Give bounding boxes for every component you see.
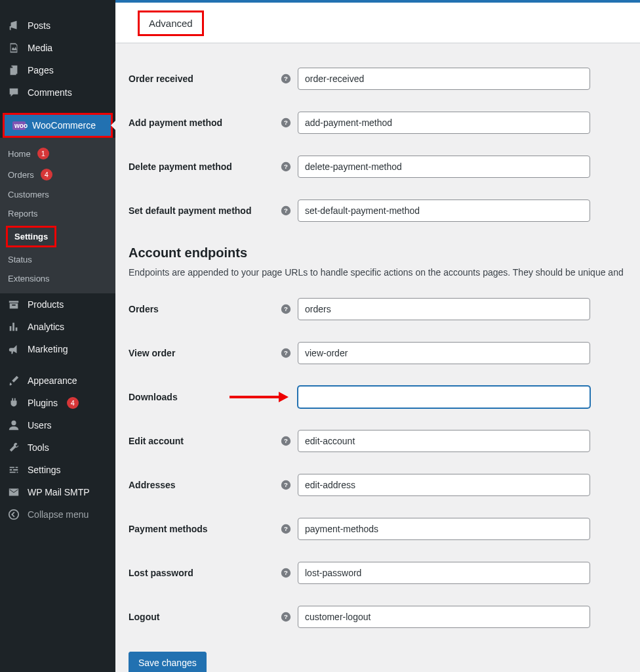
label-orders: Orders (129, 304, 281, 314)
sidebar-item-media[interactable]: Media (0, 37, 115, 59)
sub-item-customers[interactable]: Customers (0, 185, 115, 204)
sidebar-label: Pages (28, 65, 54, 75)
sidebar-item-settings[interactable]: Settings (0, 459, 115, 481)
admin-sidebar: Posts Media Pages Comments woo WooCommer… (0, 0, 115, 672)
help-icon[interactable]: ? (281, 304, 298, 314)
label-addresses: Addresses (129, 480, 281, 490)
svg-text:?: ? (284, 437, 288, 444)
sub-label: Settings (14, 232, 48, 242)
help-icon[interactable]: ? (281, 612, 298, 622)
input-orders[interactable] (298, 298, 590, 320)
help-icon[interactable]: ? (281, 161, 298, 172)
sidebar-item-appearance[interactable]: Appearance (0, 369, 115, 392)
brush-icon (8, 375, 21, 387)
sidebar-item-tools[interactable]: Tools (0, 436, 115, 459)
help-icon[interactable]: ? (281, 524, 298, 534)
sidebar-label: Comments (28, 87, 72, 98)
sidebar-label: Settings (28, 465, 61, 475)
label-add-payment: Add payment method (129, 117, 281, 128)
sub-item-status[interactable]: Status (0, 250, 115, 269)
label-logout: Logout (129, 612, 281, 622)
row-lost-password: Lost password ? (129, 551, 627, 595)
input-addresses[interactable] (298, 474, 590, 496)
sub-item-settings[interactable]: Settings (0, 223, 115, 250)
woocommerce-submenu: Home 1 Orders 4 Customers Reports Settin… (0, 138, 115, 293)
sidebar-item-plugins[interactable]: Plugins 4 (0, 392, 115, 414)
sidebar-item-wpmailsmtp[interactable]: WP Mail SMTP (0, 481, 115, 503)
content-area: Advanced Order received ? Add payment me… (115, 0, 640, 672)
sidebar-label: Appearance (28, 375, 77, 386)
help-icon[interactable]: ? (281, 568, 298, 578)
svg-text:?: ? (284, 119, 288, 126)
row-payment-methods: Payment methods ? (129, 507, 627, 551)
svg-text:?: ? (284, 613, 288, 620)
checkout-endpoints: Order received ? Add payment method ? De… (115, 56, 640, 232)
row-delete-payment: Delete payment method ? (129, 144, 627, 188)
input-logout[interactable] (298, 606, 590, 628)
archive-icon (8, 299, 21, 310)
sidebar-item-posts[interactable]: Posts (0, 14, 115, 37)
input-lost-password[interactable] (298, 562, 590, 584)
sidebar-label: Marketing (28, 344, 68, 354)
svg-text:?: ? (284, 481, 288, 488)
sidebar-label: Tools (28, 442, 49, 453)
sidebar-item-pages[interactable]: Pages (0, 59, 115, 81)
sub-item-extensions[interactable]: Extensions (0, 269, 115, 288)
input-payment-methods[interactable] (298, 518, 590, 540)
sidebar-item-users[interactable]: Users (0, 414, 115, 436)
label-edit-account: Edit account (129, 436, 281, 446)
sidebar-label: Users (28, 420, 52, 430)
sidebar-label: Collapse menu (28, 509, 89, 520)
save-changes-button[interactable]: Save changes (129, 652, 207, 672)
input-set-default-payment[interactable] (298, 200, 590, 222)
sidebar-item-analytics[interactable]: Analytics (0, 316, 115, 338)
input-delete-payment[interactable] (298, 156, 590, 178)
tab-advanced[interactable]: Advanced (138, 10, 204, 36)
label-set-default-payment: Set default payment method (129, 205, 281, 216)
plugin-icon (8, 397, 21, 409)
tab-bar: Advanced (115, 3, 640, 43)
input-view-order[interactable] (298, 342, 590, 364)
sidebar-item-comments[interactable]: Comments (0, 81, 115, 104)
row-set-default-payment: Set default payment method ? (129, 188, 627, 232)
help-icon[interactable]: ? (281, 205, 298, 216)
help-icon[interactable]: ? (281, 117, 298, 128)
row-logout: Logout ? (129, 595, 627, 639)
home-badge: 1 (37, 148, 49, 159)
label-view-order: View order (129, 348, 281, 358)
row-view-order: View order ? (129, 331, 627, 375)
sidebar-label: Analytics (28, 322, 64, 332)
svg-marker-15 (279, 392, 289, 402)
plugins-badge: 4 (67, 397, 79, 409)
input-downloads[interactable] (298, 386, 590, 408)
input-add-payment[interactable] (298, 112, 590, 134)
label-lost-password: Lost password (129, 568, 281, 578)
sub-item-orders[interactable]: Orders 4 (0, 164, 115, 185)
sidebar-label: Products (28, 299, 64, 310)
row-orders: Orders ? (129, 287, 627, 331)
sidebar-label: Plugins (28, 398, 58, 408)
sub-label: Home (8, 149, 31, 159)
account-endpoints-desc: Endpoints are appended to your page URLs… (115, 267, 640, 287)
sidebar-collapse[interactable]: Collapse menu (0, 503, 115, 526)
help-icon[interactable]: ? (281, 348, 298, 358)
svg-text:?: ? (284, 163, 288, 170)
sidebar-label: WooCommerce (32, 120, 96, 131)
sidebar-item-marketing[interactable]: Marketing (0, 338, 115, 360)
help-icon[interactable]: ? (281, 74, 298, 84)
wrench-icon (8, 442, 21, 453)
input-edit-account[interactable] (298, 430, 590, 452)
row-order-received: Order received ? (129, 56, 627, 100)
row-add-payment: Add payment method ? (129, 100, 627, 144)
sidebar-item-woocommerce[interactable]: woo WooCommerce (5, 115, 111, 136)
input-order-received[interactable] (298, 68, 590, 90)
help-icon[interactable]: ? (281, 436, 298, 446)
account-endpoints-heading: Account endpoints (115, 245, 640, 261)
svg-text:?: ? (284, 207, 288, 214)
label-delete-payment: Delete payment method (129, 161, 281, 172)
svg-text:?: ? (284, 349, 288, 356)
sub-item-home[interactable]: Home 1 (0, 143, 115, 164)
sub-item-reports[interactable]: Reports (0, 204, 115, 223)
help-icon[interactable]: ? (281, 480, 298, 490)
sidebar-item-products[interactable]: Products (0, 293, 115, 316)
